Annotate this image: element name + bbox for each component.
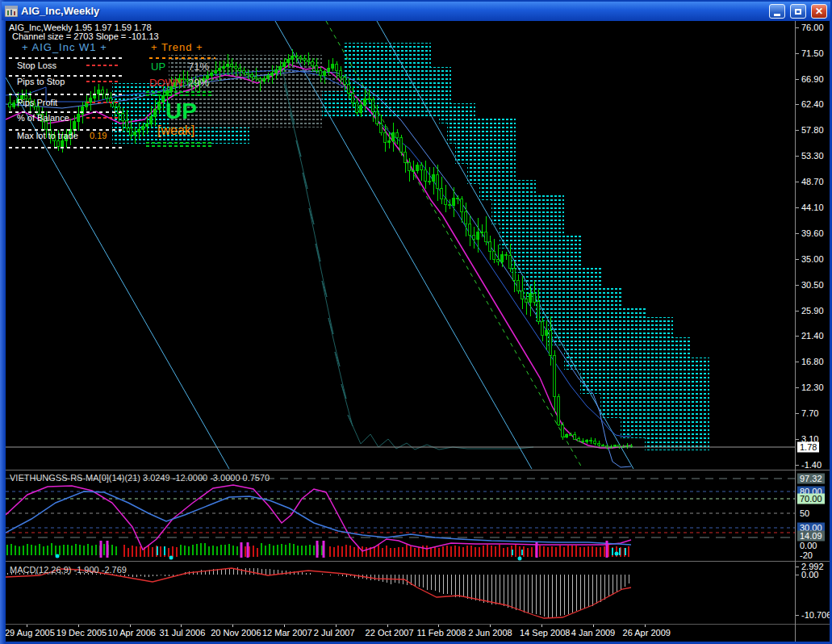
trade-panel-title: + AIG_Inc W1 + <box>22 41 107 53</box>
trend-up-label: UP <box>151 61 165 73</box>
macd-tick <box>796 575 799 575</box>
price-tick <box>796 336 799 337</box>
oscillator-axis-label: 50 <box>797 508 812 519</box>
chart-info-channel: Channel size = 2703 Slope = -101.13 <box>12 31 159 41</box>
oscillator-axis-label: 70.00 <box>797 494 825 504</box>
mt4-chart-window: AIG_Inc,Weekly ✕ AIG_Inc,Weekly 1.95 1.9… <box>0 0 832 644</box>
date-tick <box>438 625 439 627</box>
signal-direction: UP <box>165 98 197 124</box>
price-axis-label: 35.00 <box>801 254 824 264</box>
row-pips-to-stop-label: Pips to Stop <box>17 77 65 86</box>
price-tick <box>796 130 799 131</box>
panel-divider <box>9 94 123 95</box>
price-axis-label: 66.90 <box>801 74 824 84</box>
chart-client-area: AIG_Inc,Weekly 1.95 1.97 1.59 1.78 Chann… <box>6 21 830 642</box>
date-tick <box>27 625 27 627</box>
signal-strength: [weak] <box>157 123 194 138</box>
trend-title-underline <box>149 57 215 59</box>
date-axis-label: 29 Aug 2005 <box>6 628 55 638</box>
price-axis-label: 7.70 <box>801 408 818 418</box>
date-axis-label: 4 Jan 2009 <box>571 628 615 638</box>
date-axis-label: 11 Feb 2008 <box>416 628 466 638</box>
price-axis-label: 76.00 <box>801 23 824 32</box>
price-axis-label: 53.30 <box>801 151 824 161</box>
chart-window-icon <box>5 6 18 17</box>
trend-separator-green <box>146 94 212 96</box>
price-tick <box>796 311 799 312</box>
oscillator-panel[interactable] <box>6 472 795 561</box>
trend-down-label: DOWN <box>149 77 182 89</box>
price-tick <box>796 79 799 80</box>
date-axis-label: 2 Jun 2008 <box>468 628 512 638</box>
trend-down-value: 29% <box>188 77 209 89</box>
kumo-right <box>345 43 709 450</box>
oscillator-title: VIETHUNGSS-RS-MA[0](14)(21) 3.0249 -12.0… <box>10 473 270 483</box>
price-axis-label: 44.10 <box>801 203 824 212</box>
trend-separator-green <box>146 91 212 93</box>
row-percent-balance-label: % of Balance <box>17 113 69 123</box>
date-tick <box>541 625 542 627</box>
oscillator-axis-label: -20 <box>797 550 815 561</box>
price-axis-label: 71.50 <box>801 48 824 58</box>
row-stop-loss-label: Stop Loss <box>17 61 56 70</box>
date-tick <box>387 625 388 627</box>
minimize-button[interactable] <box>769 4 785 19</box>
date-tick <box>490 625 491 627</box>
macd-axis-label: -10.706 <box>801 610 830 620</box>
date-tick <box>284 625 285 627</box>
date-axis-label: 20 Nov 2006 <box>211 628 261 638</box>
close-button[interactable]: ✕ <box>811 4 827 19</box>
window-title: AIG_Inc,Weekly <box>21 5 764 17</box>
restore-icon <box>795 9 801 15</box>
macd-tick <box>796 567 799 567</box>
date-axis-label: 31 Jul 2006 <box>159 628 205 638</box>
price-tick <box>796 182 799 182</box>
price-tick <box>796 465 799 466</box>
price-tick <box>796 387 799 388</box>
price-axis-label: 12.30 <box>801 383 824 392</box>
close-icon: ✕ <box>815 6 823 16</box>
restore-button[interactable] <box>790 4 806 19</box>
trend-panel-title: + Trend + <box>151 41 203 53</box>
minimize-icon <box>774 14 780 16</box>
date-axis-label: 14 Sep 2008 <box>520 628 570 638</box>
main-price-chart[interactable] <box>6 21 795 470</box>
window-titlebar[interactable]: AIG_Inc,Weekly ✕ <box>2 2 830 20</box>
date-tick <box>593 625 594 627</box>
date-tick <box>78 625 79 627</box>
price-axis-label: -1.40 <box>801 460 822 470</box>
percent-balance-value-dashes <box>86 117 119 119</box>
price-tick <box>796 259 799 260</box>
price-tick <box>796 362 799 362</box>
macd-signal-line <box>6 568 631 618</box>
max-lot-value: 0.19 <box>90 131 107 140</box>
trendline-b <box>377 21 633 469</box>
macd-histogram <box>7 567 629 618</box>
price-tick <box>796 27 799 28</box>
date-tick <box>336 625 337 627</box>
price-axis-label: 21.40 <box>801 331 824 341</box>
row-pips-profit-label: Pips Profit <box>17 98 57 107</box>
price-tick <box>796 413 799 414</box>
price-axis-label: 39.60 <box>801 228 824 238</box>
date-axis-label: 22 Oct 2007 <box>366 628 414 638</box>
macd-title: MACD(12,26,9) -1.900 -2.769 <box>10 565 127 575</box>
current-price-badge: 1.78 <box>797 442 819 453</box>
signal-separator-green <box>146 142 212 144</box>
panel-divider <box>9 147 123 148</box>
signal-separator-green <box>146 145 212 147</box>
price-axis-label: 30.50 <box>801 280 824 290</box>
date-axis[interactable]: 29 Aug 200519 Dec 200510 Apr 200631 Jul … <box>6 624 830 642</box>
date-tick <box>181 625 182 627</box>
macd-tick <box>796 615 799 616</box>
price-axis-label: 16.80 <box>801 357 824 366</box>
date-axis-label: 10 Apr 2006 <box>108 628 156 638</box>
price-tick <box>796 285 799 286</box>
date-axis-label: 26 Apr 2009 <box>623 628 671 638</box>
price-axis-label: 25.90 <box>801 306 824 316</box>
price-axis[interactable]: 76.0071.5066.9062.4057.8053.3048.7044.10… <box>795 21 830 642</box>
date-axis-label: 2 Jul 2007 <box>314 628 355 638</box>
stop-loss-value-dashes <box>86 65 119 66</box>
macd-axis-label: 0.00 <box>801 570 818 579</box>
price-tick <box>796 104 799 105</box>
